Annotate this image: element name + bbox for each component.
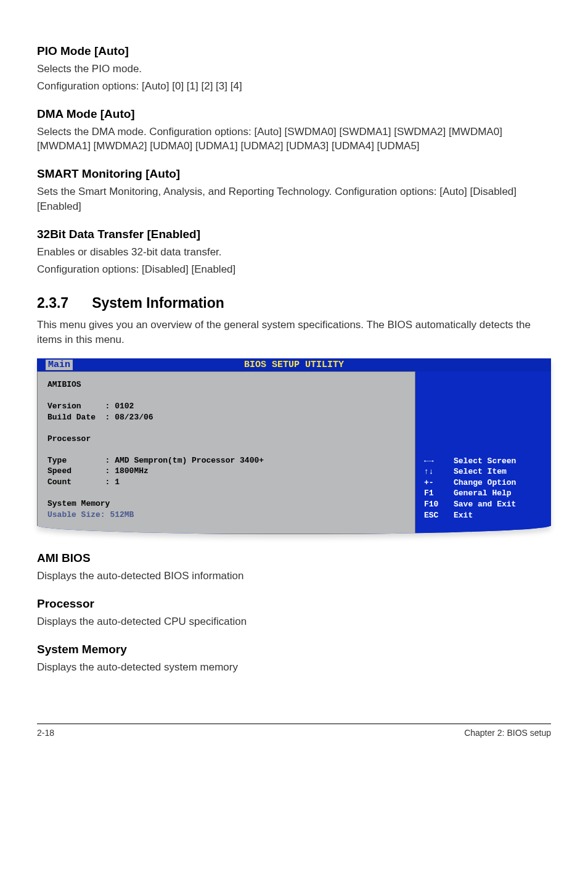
bios-help-desc: Select Screen [454,456,516,467]
bios-blank4 [47,487,405,498]
page-footer: 2-18 Chapter 2: BIOS setup [37,724,551,738]
bios-cpu-speed: Speed : 1800MHz [47,466,405,477]
text-smart-body: Sets the Smart Monitoring, Analysis, and… [37,184,551,214]
bios-tab-main: Main [46,360,73,370]
bios-help-row: F1 General Help [424,488,542,499]
bios-help-row: ↑↓ Select Item [424,466,542,477]
heading-system-memory: System Memory [37,643,551,656]
bios-help-desc: Select Item [454,466,507,477]
bios-help-desc: Change Option [454,477,516,489]
bios-help-key: ←→ [424,456,454,467]
bios-sysmem-label: System Memory [47,498,405,510]
heading-processor: Processor [37,597,551,611]
bios-help-row: F10 Save and Exit [424,499,542,510]
bios-left-panel: AMIBIOS Version : 0102 Build Date : 08/2… [37,371,415,534]
text-dma-body: Selects the DMA mode. Configuration opti… [37,125,551,154]
section-title: System Information [92,295,224,311]
text-processor-body: Displays the auto-detected CPU specifica… [37,614,551,629]
footer-page-number: 2-18 [37,728,54,738]
bios-help-desc: Save and Exit [454,499,516,510]
bios-help-key: ESC [424,510,454,521]
text-sysinfo-body: This menu gives you an overview of the g… [37,318,551,347]
bios-help-desc: Exit [454,510,473,521]
heading-32bit: 32Bit Data Transfer [Enabled] [37,228,551,241]
bios-help-key: ↑↓ [424,466,454,477]
section-number: 2.3.7 [37,295,68,311]
bios-help-row: +- Change Option [424,477,542,489]
bios-blank3 [47,444,405,455]
text-sysmem-body: Displays the auto-detected system memory [37,660,551,675]
bios-right-panel: ←→ Select Screen ↑↓ Select Item +- Chang… [415,371,551,534]
text-32bit-line2: Configuration options: [Disabled] [Enabl… [37,262,551,277]
bios-help-key: +- [424,477,454,489]
bios-blank2 [47,423,405,434]
bios-help-row: ESC Exit [424,510,542,521]
bios-help-row: ←→ Select Screen [424,456,542,467]
bios-help-desc: General Help [454,488,512,499]
text-32bit-line1: Enables or disables 32-bit data transfer… [37,245,551,260]
text-pio-line1: Selects the PIO mode. [37,62,551,76]
bios-blank1 [47,390,405,402]
text-ami-bios-body: Displays the auto-detected BIOS informat… [37,569,551,584]
bios-body: AMIBIOS Version : 0102 Build Date : 08/2… [37,371,551,534]
heading-dma-mode: DMA Mode [Auto] [37,107,551,121]
bios-title: BIOS SETUP UTILITY [244,360,344,370]
heading-ami-bios: AMI BIOS [37,551,551,565]
text-pio-line2: Configuration options: [Auto] [0] [1] [2… [37,79,551,94]
heading-system-information: 2.3.7System Information [37,295,551,311]
bios-screenshot: Main BIOS SETUP UTILITY AMIBIOS Version … [37,358,551,534]
bios-help-key: F10 [424,499,454,510]
bios-cpu-type: Type : AMD Sempron(tm) Processor 3400+ [47,455,405,466]
bios-amibios-label: AMIBIOS [47,379,405,390]
heading-pio-mode: PIO Mode [Auto] [37,44,551,58]
bios-processor-label: Processor [47,434,405,445]
bios-version: Version : 0102 [47,401,405,412]
bios-cpu-count: Count : 1 [47,477,405,488]
bios-title-bar: Main BIOS SETUP UTILITY [37,358,551,371]
bios-help-key: F1 [424,488,454,499]
bios-usable-size: Usable Size: 512MB [47,510,405,521]
heading-smart: SMART Monitoring [Auto] [37,167,551,181]
footer-chapter: Chapter 2: BIOS setup [464,728,551,738]
bios-build-date: Build Date : 08/23/06 [47,412,405,423]
